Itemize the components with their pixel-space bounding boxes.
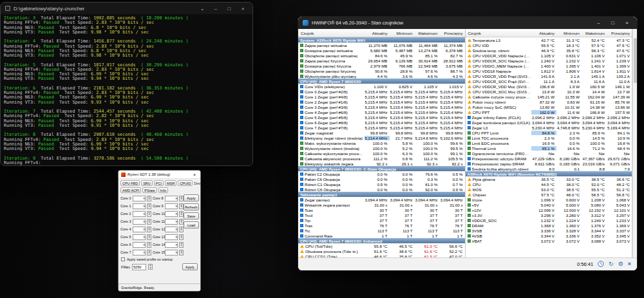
sensor-row[interactable]: CPU44.5 °C38.0 °C52.0 °C48.2 °C bbox=[466, 182, 632, 187]
sensor-row[interactable]: VBAT3.072 V3.072 V3.088 V3.073 V bbox=[466, 238, 632, 243]
core-stepper-13[interactable]: ▲▼ bbox=[179, 234, 184, 240]
core-stepper-2[interactable]: ▲▼ bbox=[147, 211, 151, 217]
sensor-row[interactable]: Temperatura L342.7 °C31.3 °C52.4 °C47.3 … bbox=[466, 37, 632, 42]
sensor-section-header[interactable]: Taktowanie pamięci bbox=[298, 192, 465, 197]
sensor-section-header[interactable]: ASRock X670 Riptide WiFi (Nuvoton NCT668… bbox=[466, 171, 632, 176]
sensor-row[interactable]: AVSB3.344 V3.336 V3.352 V3.345 V bbox=[466, 233, 632, 238]
core-stepper-8[interactable]: ▲▼ bbox=[179, 196, 184, 201]
tab-amd-acpi[interactable]: AMD ACPI bbox=[120, 187, 141, 193]
sensor-row[interactable]: Core 2 Zegar (perf #1/8)5,215.4 MHz5,215… bbox=[298, 99, 465, 104]
core-stepper-7[interactable]: ▲▼ bbox=[147, 250, 151, 256]
close-sensors-icon[interactable]: × bbox=[628, 261, 631, 267]
minimize-button[interactable]: – bbox=[593, 20, 604, 26]
close-button[interactable]: × bbox=[191, 172, 198, 177]
tab-pstate[interactable]: PState bbox=[142, 187, 157, 193]
sensor-row[interactable]: Średnia liczba aktywnych rdzeni8.00.18.8… bbox=[466, 166, 632, 171]
sensor-row[interactable]: Efektywny zegar rdzeni (średnia)5,214.4 … bbox=[298, 135, 465, 140]
sensor-row[interactable]: Przepustowość zapisu DRAM8,611 GB/s0,183… bbox=[466, 161, 632, 166]
sensor-row[interactable]: CPU IOD55.5 °C18.3 °C57.9 °C47.5 °C bbox=[466, 42, 632, 48]
ryzen-sdt-titlebar[interactable]: Ryzen SDT 1.38 (debug) × bbox=[118, 171, 200, 179]
core-select-12[interactable]: ▾ bbox=[165, 227, 178, 232]
sensor-row[interactable]: Rdzeń C6 Okupacja0.0 %0.0 %92.0 %0.9 % bbox=[298, 187, 465, 192]
sensor-row[interactable]: Wykorzystanie pliku wymiany4.4 %3.6 %4.6… bbox=[298, 73, 465, 79]
core-select-8[interactable]: ▾ bbox=[165, 196, 178, 201]
refresh-button[interactable]: Refresh bbox=[184, 203, 199, 210]
core-select-10[interactable]: ▾ bbox=[165, 211, 178, 217]
core-stepper-10[interactable]: ▲▼ bbox=[179, 211, 184, 217]
sensor-row[interactable]: CPU VDDCR_VDD Prąd (SVI3 TFN)141.9 A2.1 … bbox=[466, 73, 632, 79]
sensor-row[interactable]: Limit TDC procesora2.3 %0.0 %14.5 %10.9 … bbox=[466, 135, 632, 140]
sensor-row[interactable]: Średnia temp. rdzeni46.9 °C35.8 °C58.3 °… bbox=[466, 48, 632, 53]
core-select-4[interactable]: ▾ bbox=[133, 227, 146, 232]
sensor-row[interactable]: Efektywny wskaźnik zegara92.2 x29.1 x92.… bbox=[298, 161, 465, 166]
sensor-row[interactable]: Maks. wykorzystanie rdzenia100.0 %5.8 %1… bbox=[298, 140, 465, 145]
sensor-row[interactable]: CPU (Tctl/Tdie)55.8 °C46.5 °C61.0 °C56.6… bbox=[298, 243, 465, 248]
sensor-row[interactable]: Core 5 Zegar (perf #5/8)5,215.4 MHz5,215… bbox=[298, 115, 465, 120]
sensor-row[interactable]: Chipset57.5 °C48.0 °C58.5 °C56.8 °C bbox=[466, 192, 632, 197]
sensor-row[interactable]: Pakiet C6 Okupacja0.0 %0.0 %0.3 %0.0 % bbox=[298, 176, 465, 182]
sensor-row[interactable]: Zegar Infinity Fabric (FCLK)2,096.2 MHz2… bbox=[466, 115, 632, 120]
core-select-1[interactable]: ▾ bbox=[133, 203, 146, 209]
close-button[interactable]: × bbox=[621, 20, 632, 26]
sensor-row[interactable]: Vcore1.096 V0.600 V1.208 V1.068 V bbox=[466, 197, 632, 202]
sensor-row[interactable]: CPU VDDIO_MEM Napięcie (SVI3 TFN)1.400 V… bbox=[466, 63, 632, 68]
sensor-row[interactable]: CPU VDDCR_SOC Napięcie (SVI3 TFN)1.240 V… bbox=[466, 58, 632, 63]
tab-msr[interactable]: MSR bbox=[165, 180, 176, 186]
sensor-row[interactable]: CPU PPT162.0 W11.6 W166.8 W157.5 W bbox=[466, 109, 632, 115]
sensor-row[interactable]: Core VIDs (efektywne)1.100 V0.825 V1.105… bbox=[298, 84, 465, 89]
core-stepper-0[interactable]: ▲▼ bbox=[147, 196, 151, 201]
clock-icon[interactable] bbox=[598, 261, 604, 268]
sensor-row[interactable]: Płyta główna36.5 °C33.0 °C38.5 °C36.6 °C bbox=[466, 176, 632, 182]
tab-info[interactable]: Info bbox=[158, 187, 168, 193]
core-select-14[interactable]: ▾ bbox=[165, 242, 178, 248]
sensor-row[interactable]: Dostępna pamięć fizyczna2,979 MB766 MB22… bbox=[298, 63, 465, 68]
sensor-row[interactable]: Trc113 T113 T113 T113 T bbox=[298, 228, 465, 233]
sensor-row[interactable]: Core 0 Zegar (perf #2/8)5,215.4 MHz5,215… bbox=[298, 89, 465, 94]
sensor-row[interactable]: Całkowita aktywność procesora111.2 %0.8 … bbox=[298, 156, 465, 161]
core-select-2[interactable]: ▾ bbox=[133, 211, 146, 217]
sensor-row[interactable]: Zegar magistrali99.8 MHz99.8 MHz99.8 MHz… bbox=[298, 130, 465, 135]
sensor-row[interactable]: Trcd37 T37 T37 T37 T bbox=[298, 212, 465, 218]
core-select-9[interactable]: ▾ bbox=[165, 203, 178, 209]
tab-pci[interactable]: PCI bbox=[154, 180, 164, 186]
terminal-window[interactable]: D:\gabinetowy\stary\y-cruncher ⌄ – □ × I… bbox=[0, 2, 253, 166]
sensor-row[interactable]: Zajęta pamięć wirtualna11,270 MB11,076 M… bbox=[298, 42, 465, 48]
reset-values-icon[interactable]: ↻ bbox=[609, 261, 614, 267]
sensor-row[interactable]: Zegar kontrolera pamięci (UCLK)3,094.4 M… bbox=[466, 120, 632, 125]
core-select-0[interactable]: ▾ bbox=[133, 196, 146, 201]
sensor-section-header[interactable]: CPU [#0]: AMD Ryzen 7 9800X3D bbox=[298, 79, 465, 84]
sensor-row[interactable]: MOS53.0 °C38.5 °C55.5 °C51.2 °C bbox=[466, 187, 632, 192]
sensor-row[interactable]: Obciążenie pamięci wirtualnej84.6 %45.9 … bbox=[298, 53, 465, 58]
sensor-row[interactable]: Ograniczenie termiczne (PROCHOT)NieNieNi… bbox=[466, 151, 632, 156]
sensor-row[interactable]: Core 3 Zegar (perf #3/8)5,215.4 MHz5,215… bbox=[298, 104, 465, 109]
fmax-stepper[interactable]: ▲▼ bbox=[148, 264, 153, 270]
close-button[interactable]: × bbox=[238, 6, 248, 12]
core-select-11[interactable]: ▾ bbox=[165, 219, 178, 225]
fmax-apply-button[interactable]: Apply bbox=[182, 263, 198, 270]
sensor-row[interactable]: Dostępna pamięć wirtualna5,680 MB5,487 M… bbox=[298, 48, 465, 53]
vertical-scrollbar[interactable] bbox=[632, 29, 637, 257]
sensor-row[interactable]: Zegar pamięci3,094.4 MHz3,094.4 MHz3,094… bbox=[298, 197, 465, 202]
sensor-row[interactable]: Obciążenie pamięci fizycznej90.8 %28.8 %… bbox=[298, 68, 465, 73]
sensor-row[interactable]: Zajęta pamięć fizyczna29,654 MB9,139 MB3… bbox=[298, 58, 465, 63]
sensor-row[interactable]: Wskaźnik zegara pamięci31.00 x31.00 x31.… bbox=[298, 202, 465, 207]
core-stepper-5[interactable]: ▲▼ bbox=[147, 234, 151, 240]
core-select-3[interactable]: ▾ bbox=[133, 219, 146, 225]
maximize-button[interactable]: □ bbox=[607, 20, 618, 26]
scrollbar-thumb[interactable] bbox=[634, 38, 637, 83]
sensor-row[interactable]: +12V12.096 V12.000 V12.192 V12.101 V bbox=[466, 207, 632, 212]
core-select-15[interactable]: ▾ bbox=[165, 250, 178, 256]
core-stepper-9[interactable]: ▲▼ bbox=[179, 203, 184, 209]
tab-cpuid[interactable]: CPUID bbox=[178, 180, 193, 186]
core-stepper-4[interactable]: ▲▼ bbox=[147, 227, 151, 232]
sensor-row[interactable]: Limit EDC procesora16.9 %0.0 %100.0 %16.… bbox=[466, 140, 632, 145]
sensor-row[interactable]: CPU VDDCR_SOC Moc (SVI3 TFN)13.8 W10.3 W… bbox=[466, 89, 632, 94]
sensor-row[interactable]: CPU PPT Limit84.8 %2.3 %85.9 %84.1 % bbox=[466, 130, 632, 135]
sensor-row[interactable]: Command Rate1 T1 T1 T1 T bbox=[298, 233, 465, 238]
sensor-row[interactable]: CPU VDDCR_VDD Moc (SVI3 TFN)156.8 W1.9 W… bbox=[466, 84, 632, 89]
sensor-row[interactable]: +5V5.040 V5.000 V5.080 V5.043 V bbox=[466, 202, 632, 207]
sensor-row[interactable]: Pobór mocy SoC (MISC)13.80 W10.31 W14.38… bbox=[466, 104, 632, 109]
sensor-section-header[interactable]: CPU [#0]: AMD Ryzen 7 9800X3D: C-State O… bbox=[298, 166, 465, 171]
core-stepper-1[interactable]: ▲▼ bbox=[147, 203, 151, 209]
sensor-row[interactable]: Core 4 Zegar (perf #6/8)5,215.4 MHz5,215… bbox=[298, 109, 465, 115]
